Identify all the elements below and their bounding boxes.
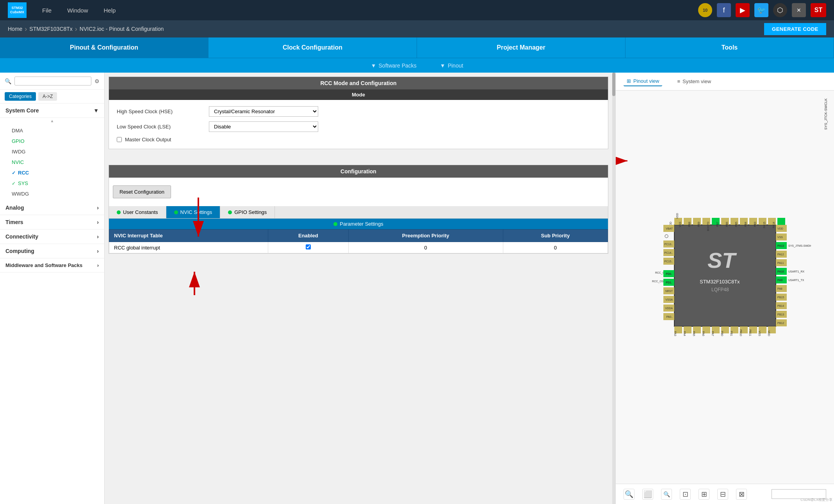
columns-icon[interactable]: ⊠: [736, 489, 747, 500]
nav-window[interactable]: Window: [67, 7, 88, 14]
scroll-thumb[interactable]: [612, 73, 615, 96]
fit-view-icon[interactable]: ⬜: [642, 489, 653, 500]
zoom-out-icon[interactable]: 🔍: [661, 489, 672, 500]
sidebar-section-timers: Timers ›: [0, 215, 104, 230]
breadcrumb-project[interactable]: NVIC2.ioc - Pinout & Configuration: [80, 26, 164, 32]
top-nav: STM32 CubeMX File Window Help 10 f ▶ 🐦 ⬡…: [0, 0, 834, 20]
user-constants-dot: [117, 210, 121, 214]
sidebar-section-header-connectivity[interactable]: Connectivity ›: [0, 230, 104, 244]
sub-tabs: ▼ Software Packs ▼ Pinout: [0, 58, 834, 73]
sidebar-section-header-system-core[interactable]: System Core ▼: [0, 103, 104, 118]
tab-pinout-configuration[interactable]: Pinout & Configuration: [0, 37, 208, 58]
sidebar-tab-categories[interactable]: Categories: [5, 92, 36, 101]
nvic-interrupt-name: RCC global interrupt: [109, 242, 268, 253]
sidebar-search-area: 🔍 ⚙: [0, 73, 104, 90]
sidebar-section-header-timers[interactable]: Timers ›: [0, 215, 104, 230]
spacer: [109, 149, 608, 165]
nav-help[interactable]: Help: [104, 7, 116, 14]
nav-github-icon[interactable]: ⬡: [773, 3, 787, 17]
nav-icon-10[interactable]: 10: [698, 3, 712, 17]
nav-facebook-icon[interactable]: f: [717, 3, 731, 17]
config-tab-user-constants[interactable]: User Constants: [109, 206, 166, 218]
sidebar-item-rcc[interactable]: ✓ RCC: [0, 167, 104, 178]
chevron-down-icon: ▼: [93, 107, 99, 114]
master-clock-checkbox[interactable]: [117, 137, 122, 142]
tab-tools[interactable]: Tools: [626, 37, 834, 58]
svg-text:SYS_JTMS-SWDIO: SYS_JTMS-SWDIO: [788, 244, 811, 248]
nav-youtube-icon[interactable]: ▶: [736, 3, 750, 17]
svg-text:PB7: PB7: [716, 221, 719, 226]
hse-select[interactable]: Crystal/Ceramic Resonator Disable BYPASS…: [209, 106, 318, 117]
nvic-enabled-checkbox[interactable]: [306, 244, 311, 249]
svg-text:PB6: PB6: [725, 221, 728, 226]
nav-file[interactable]: File: [42, 7, 52, 14]
nav-twitter-icon[interactable]: 🐦: [754, 3, 768, 17]
chevron-right-icon: ›: [97, 205, 99, 211]
sidebar-item-wwdg[interactable]: WWDG: [0, 189, 104, 199]
lse-select[interactable]: Disable BYPASS Clock Source Crystal/Cera…: [209, 121, 318, 132]
nvic-col-sub-priority: Sub Priority: [503, 230, 608, 242]
sidebar-section-header-computing[interactable]: Computing ›: [0, 244, 104, 258]
svg-text:PA9: PA9: [777, 279, 782, 281]
svg-text:PC13..: PC13..: [664, 243, 672, 246]
sidebar-item-sys[interactable]: ✓ SYS: [0, 178, 104, 189]
scroll-up-indicator[interactable]: ▲: [0, 118, 104, 124]
pin-vdd-top-label: VDD: [676, 213, 679, 219]
generate-code-button[interactable]: GENERATE CODE: [764, 23, 826, 35]
sidebar-item-iwdg[interactable]: IWDG: [0, 146, 104, 157]
zoom-in-icon[interactable]: 🔍: [624, 489, 634, 500]
rcc-mode-title: RCC Mode and Configuration: [109, 77, 608, 89]
svg-text:PB0: PB0: [721, 331, 724, 336]
sidebar-item-gpio[interactable]: GPIO: [0, 136, 104, 146]
tab-system-view[interactable]: ≡ System view: [674, 77, 714, 86]
view-tabs: ⊞ Pinout view ≡ System view: [616, 73, 834, 91]
hse-label: High Speed Clock (HSE): [117, 109, 203, 114]
nav-network-icon[interactable]: ✕: [792, 3, 806, 17]
svg-text:PB9: PB9: [697, 221, 700, 226]
subtab-software-packs[interactable]: ▼ Software Packs: [371, 62, 417, 69]
sidebar-item-dma[interactable]: DMA: [0, 125, 104, 136]
mode-subtitle: Mode: [109, 89, 608, 100]
search-input[interactable]: [14, 77, 91, 85]
nvic-col-interrupt: NVIC Interrupt Table: [109, 230, 268, 242]
svg-text:PA15: PA15: [763, 221, 766, 228]
svg-text:PD0.: PD0.: [666, 272, 672, 275]
grid-icon-bottom[interactable]: ⊞: [699, 489, 709, 500]
watermark: CSDN@LX根爱分享: [800, 497, 832, 502]
sys-jtck-label: SYS_JTCK-SWCLK: [824, 98, 828, 130]
breadcrumb-sep-2: ›: [75, 25, 77, 33]
table-row: RCC global interrupt 0 0: [109, 242, 608, 253]
svg-text:PB11: PB11: [749, 329, 752, 336]
tab-clock-configuration[interactable]: Clock Configuration: [208, 37, 417, 58]
sidebar-section-computing: Computing ›: [0, 244, 104, 258]
settings-icon[interactable]: ⚙: [94, 78, 100, 84]
sidebar: 🔍 ⚙ Categories A->Z System Core ▼ ▲: [0, 73, 105, 504]
sidebar-section-header-middleware[interactable]: Middleware and Software Packs ›: [0, 258, 104, 272]
nvic-enabled-cell[interactable]: [268, 242, 349, 253]
layout-icon[interactable]: ⊟: [717, 489, 728, 500]
breadcrumb-device[interactable]: STM32F103C8Tx: [29, 26, 72, 32]
sidebar-tab-area: Categories A->Z: [0, 90, 104, 103]
export-icon[interactable]: ⊡: [680, 489, 691, 500]
tab-project-manager[interactable]: Project Manager: [417, 37, 626, 58]
sidebar-section-header-analog[interactable]: Analog ›: [0, 201, 104, 215]
svg-text:PA8: PA8: [777, 287, 782, 290]
svg-text:PB12: PB12: [777, 322, 784, 324]
breadcrumb-home[interactable]: Home: [8, 26, 22, 32]
nav-st-icon[interactable]: ST: [811, 3, 826, 17]
content-area: 🔍 ⚙ Categories A->Z System Core ▼ ▲: [0, 73, 834, 504]
svg-text:VSS: VSS: [777, 236, 783, 239]
config-tab-gpio-settings[interactable]: GPIO Settings: [220, 206, 275, 218]
chip-logo: ST: [707, 248, 737, 272]
sidebar-tab-az[interactable]: A->Z: [38, 92, 57, 101]
logo-area[interactable]: STM32 CubeMX: [8, 2, 27, 18]
tab-pinout-view[interactable]: ⊞ Pinout view: [624, 77, 662, 86]
svg-text:PB14: PB14: [777, 305, 784, 307]
reset-configuration-button[interactable]: Reset Configuration: [113, 185, 171, 198]
config-tab-nvic-settings[interactable]: NVIC Settings: [166, 206, 221, 218]
sidebar-item-nvic[interactable]: NVIC: [0, 157, 104, 167]
svg-text:USART1_TX: USART1_TX: [788, 279, 804, 282]
subtab-pinout[interactable]: ▼ Pinout: [440, 62, 463, 69]
svg-text:PA12: PA12: [777, 253, 784, 256]
right-panel: ⊞ Pinout view ≡ System view SYS_JTCK-SWC…: [615, 73, 834, 504]
